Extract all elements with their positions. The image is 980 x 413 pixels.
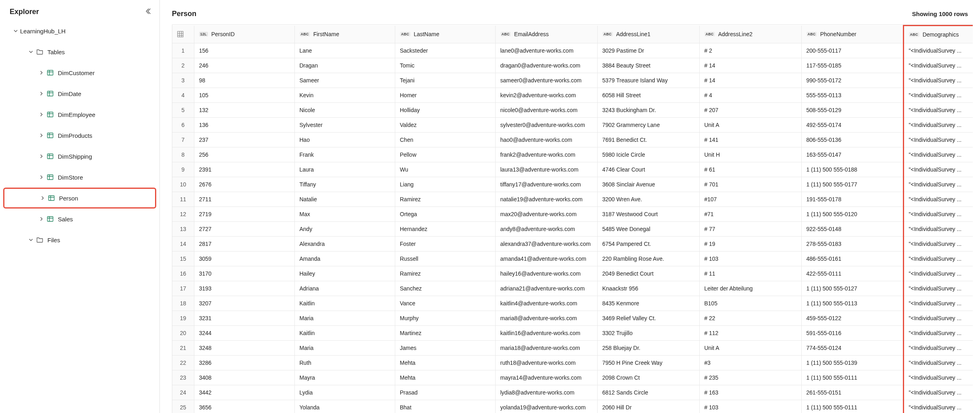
cell[interactable]: Murphy (395, 311, 495, 326)
cell[interactable]: Frank (294, 147, 395, 162)
cell[interactable]: Leiter der Abteilung (699, 281, 801, 296)
table-row[interactable]: 122719MaxOrtegamax20@adventure-works.com… (172, 207, 973, 222)
cell[interactable]: 3193 (194, 281, 294, 296)
table-row[interactable]: 173193AdrianaSanchezadriana21@adventure-… (172, 281, 973, 296)
collapse-panel-icon[interactable] (144, 7, 152, 16)
cell[interactable]: Tomic (395, 58, 495, 73)
cell[interactable]: # 14 (699, 58, 801, 73)
cell[interactable]: # 141 (699, 133, 801, 147)
cell[interactable]: 2711 (194, 192, 294, 207)
table-row[interactable]: 4105KevinHomerkevin2@adventure-works.com… (172, 88, 973, 103)
cell[interactable]: 105 (194, 88, 294, 103)
table-row[interactable]: 183207KaitlinVancekaitlin4@adventure-wor… (172, 296, 973, 311)
cell[interactable]: andy8@adventure-works.com (495, 222, 597, 237)
cell[interactable]: 256 (194, 147, 294, 162)
cell[interactable]: 1 (11) 500 555-0111 (801, 370, 903, 385)
cell[interactable]: 117-555-0185 (801, 58, 903, 73)
cell[interactable]: Natalie (294, 192, 395, 207)
tree-item-dimdate[interactable]: DimDate (0, 83, 159, 104)
cell[interactable]: 990-555-0172 (801, 73, 903, 88)
cell[interactable]: kaitlin16@adventure-works.com (495, 326, 597, 341)
cell[interactable]: laura13@adventure-works.com (495, 162, 597, 177)
cell[interactable]: 7950 H Pine Creek Way (597, 356, 699, 370)
cell[interactable]: 591-555-0116 (801, 326, 903, 341)
cell[interactable]: "<IndividualSurvey ... (903, 237, 973, 251)
table-row[interactable]: 8256FrankPellowfrank2@adventure-works.co… (172, 147, 973, 162)
cell[interactable]: 200-555-0117 (801, 43, 903, 58)
table-row[interactable]: 213248MariaJamesmaria18@adventure-works.… (172, 341, 973, 356)
cell[interactable]: Lane (294, 43, 395, 58)
table-row[interactable]: 243442LydiaPrasadlydia8@adventure-works.… (172, 385, 973, 400)
cell[interactable]: Unit A (699, 118, 801, 133)
cell[interactable]: 3231 (194, 311, 294, 326)
cell[interactable]: 4746 Clear Court (597, 162, 699, 177)
cell[interactable]: "<IndividualSurvey ... (903, 192, 973, 207)
cell[interactable]: 3207 (194, 296, 294, 311)
cell[interactable]: Kevin (294, 88, 395, 103)
cell[interactable]: James (395, 341, 495, 356)
cell[interactable]: 7691 Benedict Ct. (597, 133, 699, 147)
cell[interactable]: Laura (294, 162, 395, 177)
cell[interactable]: Yolanda (294, 400, 395, 413)
cell[interactable]: Hao (294, 133, 395, 147)
cell[interactable]: 555-555-0113 (801, 88, 903, 103)
cell[interactable]: 2676 (194, 177, 294, 192)
cell[interactable]: Vance (395, 296, 495, 311)
cell[interactable]: 3244 (194, 326, 294, 341)
cell[interactable]: "<IndividualSurvey ... (903, 73, 973, 88)
cell[interactable]: 3248 (194, 341, 294, 356)
cell[interactable]: "<IndividualSurvey ... (903, 356, 973, 370)
cell[interactable]: Lydia (294, 385, 395, 400)
cell[interactable]: 3029 Pastime Dr (597, 43, 699, 58)
cell[interactable]: Martinez (395, 326, 495, 341)
cell[interactable]: 3608 Sinclair Avenue (597, 177, 699, 192)
tree-item-dimshipping[interactable]: DimShipping (0, 146, 159, 167)
cell[interactable]: # 11 (699, 266, 801, 281)
cell[interactable]: 1 (11) 500 555-0177 (801, 177, 903, 192)
cell[interactable]: 132 (194, 103, 294, 118)
table-row[interactable]: 142817AlexandraFosteralexandra37@adventu… (172, 237, 973, 251)
cell[interactable]: Kaitlin (294, 296, 395, 311)
cell[interactable]: 422-555-0111 (801, 266, 903, 281)
cell[interactable]: #107 (699, 192, 801, 207)
cell[interactable]: Alexandra (294, 237, 395, 251)
cell[interactable]: Sacksteder (395, 43, 495, 58)
cell[interactable]: Prasad (395, 385, 495, 400)
table-row[interactable]: 223286RuthMehtaruth18@adventure-works.co… (172, 356, 973, 370)
cell[interactable]: 1 (11) 500 555-0139 (801, 356, 903, 370)
cell[interactable]: # 2 (699, 43, 801, 58)
cell[interactable]: 922-555-0148 (801, 222, 903, 237)
cell[interactable]: 246 (194, 58, 294, 73)
table-row[interactable]: 2246DraganTomicdragan0@adventure-works.c… (172, 58, 973, 73)
cell[interactable]: "<IndividualSurvey ... (903, 88, 973, 103)
cell[interactable]: 5485 Wee Donegal (597, 222, 699, 237)
cell[interactable]: maria8@adventure-works.com (495, 311, 597, 326)
cell[interactable]: mayra14@adventure-works.com (495, 370, 597, 385)
cell[interactable]: 2719 (194, 207, 294, 222)
cell[interactable]: Hernandez (395, 222, 495, 237)
cell[interactable]: # 207 (699, 103, 801, 118)
cell[interactable]: 261-555-0151 (801, 385, 903, 400)
cell[interactable]: Foster (395, 237, 495, 251)
tree-item-dimemployee[interactable]: DimEmployee (0, 104, 159, 125)
cell[interactable]: max20@adventure-works.com (495, 207, 597, 222)
cell[interactable]: "<IndividualSurvey ... (903, 43, 973, 58)
cell[interactable]: 2098 Crown Ct (597, 370, 699, 385)
cell[interactable]: 3243 Buckingham Dr. (597, 103, 699, 118)
cell[interactable]: 774-555-0124 (801, 341, 903, 356)
column-header-personid[interactable]: 12LPersonID (194, 26, 294, 43)
cell[interactable]: 1 (11) 500 555-0113 (801, 296, 903, 311)
column-header-addressline2[interactable]: ABCAddressLine2 (699, 26, 801, 43)
column-header-phonenumber[interactable]: ABCPhoneNumber (801, 26, 903, 43)
cell[interactable]: 3170 (194, 266, 294, 281)
cell[interactable]: alexandra37@adventure-works.com (495, 237, 597, 251)
grid-corner[interactable] (172, 26, 194, 43)
cell[interactable]: natalie19@adventure-works.com (495, 192, 597, 207)
tree-item-files[interactable]: Files (0, 229, 159, 250)
cell[interactable]: nicole0@adventure-works.com (495, 103, 597, 118)
cell[interactable]: # 14 (699, 73, 801, 88)
cell[interactable]: 156 (194, 43, 294, 58)
cell[interactable]: Mehta (395, 370, 495, 385)
cell[interactable]: lydia8@adventure-works.com (495, 385, 597, 400)
cell[interactable]: Sylvester (294, 118, 395, 133)
